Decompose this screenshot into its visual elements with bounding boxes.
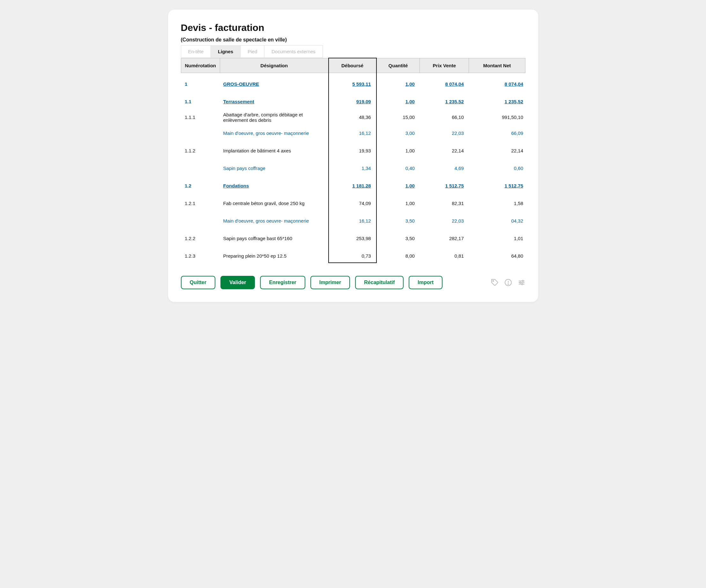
cell-qte: 0,40 bbox=[377, 162, 420, 175]
table-row[interactable]: 1.2.2 Sapin pays coffrage bast 65*160 25… bbox=[181, 232, 525, 245]
cell-num: 1.2.1 bbox=[181, 197, 220, 210]
cell-pv: 8 074,04 bbox=[420, 78, 469, 91]
cell-pv: 282,17 bbox=[420, 232, 469, 245]
cell-net: 22,14 bbox=[469, 144, 525, 157]
tag-icon[interactable] bbox=[491, 279, 499, 286]
footer-bar: Quitter Valider Enregistrer Imprimer Réc… bbox=[181, 276, 525, 289]
cell-pv: 22,03 bbox=[420, 127, 469, 140]
table-row[interactable]: Main d'oeuvre, gros oeuvre- maçonnerie 1… bbox=[181, 214, 525, 227]
table-row[interactable]: 1.1 Terrassement 919,09 1,00 1 235,52 1 … bbox=[181, 95, 525, 108]
tab-pied[interactable]: Pied bbox=[240, 46, 265, 57]
cell-des: Abattage d'arbre, compris débitage et en… bbox=[220, 108, 328, 127]
cell-deb: 919,09 bbox=[328, 95, 377, 108]
table-row[interactable]: 1.1.1 Abattage d'arbre, compris débitage… bbox=[181, 108, 525, 127]
footer-icons bbox=[491, 279, 525, 286]
cell-deb: 5 593,11 bbox=[328, 78, 377, 91]
alert-icon[interactable] bbox=[504, 279, 512, 286]
cell-qte: 8,00 bbox=[377, 249, 420, 263]
page-title: Devis - facturation bbox=[181, 22, 525, 33]
svg-point-5 bbox=[522, 280, 523, 282]
cell-pv: 0,81 bbox=[420, 249, 469, 263]
cell-num: 1.1.2 bbox=[181, 144, 220, 157]
table-container: Numérotation Désignation Déboursé Quanti… bbox=[181, 58, 525, 263]
cell-num: 1.1.1 bbox=[181, 108, 220, 127]
cell-net: 66,09 bbox=[469, 127, 525, 140]
cell-qte: 1,00 bbox=[377, 179, 420, 192]
cell-net: 64,80 bbox=[469, 249, 525, 263]
valider-button[interactable]: Valider bbox=[221, 276, 255, 289]
cell-des: Preparing plein 20*50 ep 12.5 bbox=[220, 249, 328, 263]
cell-qte: 3,50 bbox=[377, 232, 420, 245]
cell-deb: 253,98 bbox=[328, 232, 377, 245]
col-header-deb[interactable]: Déboursé bbox=[328, 58, 377, 73]
cell-num bbox=[181, 214, 220, 227]
tab-entete[interactable]: En-tête bbox=[181, 46, 211, 57]
cell-net: 1,01 bbox=[469, 232, 525, 245]
col-header-net[interactable]: Montant Net bbox=[469, 58, 525, 73]
cell-pv: 66,10 bbox=[420, 108, 469, 127]
cell-des: Sapin pays coffrage bbox=[220, 162, 328, 175]
svg-point-0 bbox=[493, 280, 494, 281]
cell-deb: 16,12 bbox=[328, 127, 377, 140]
cell-net: 1 235,52 bbox=[469, 95, 525, 108]
tab-bar: En-tête Lignes Pied Documents externes bbox=[181, 45, 323, 58]
cell-pv: 22,14 bbox=[420, 144, 469, 157]
table-row[interactable]: 1.2.3 Preparing plein 20*50 ep 12.5 0,73… bbox=[181, 249, 525, 263]
cell-qte: 1,00 bbox=[377, 78, 420, 91]
cell-net: 991,50,10 bbox=[469, 108, 525, 127]
cell-deb: 0,73 bbox=[328, 249, 377, 263]
svg-point-9 bbox=[522, 284, 523, 285]
cell-pv: 1 235,52 bbox=[420, 95, 469, 108]
table-row[interactable]: 1 GROS-OEUVRE 5 593,11 1,00 8 074,04 8 0… bbox=[181, 78, 525, 91]
cell-qte: 1,00 bbox=[377, 95, 420, 108]
svg-point-3 bbox=[508, 284, 509, 285]
svg-point-7 bbox=[520, 282, 521, 283]
lines-table: Numérotation Désignation Déboursé Quanti… bbox=[181, 58, 525, 263]
cell-pv: 1 512,75 bbox=[420, 179, 469, 192]
cell-num bbox=[181, 162, 220, 175]
table-row[interactable]: Sapin pays coffrage 1,34 0,40 4,69 0,60 bbox=[181, 162, 525, 175]
sliders-icon[interactable] bbox=[518, 279, 525, 286]
cell-pv: 4,69 bbox=[420, 162, 469, 175]
cell-num: 1.2 bbox=[181, 179, 220, 192]
enregistrer-button[interactable]: Enregistrer bbox=[260, 276, 305, 289]
cell-qte: 15,00 bbox=[377, 108, 420, 127]
col-header-qte[interactable]: Quantité bbox=[377, 58, 420, 73]
col-header-num[interactable]: Numérotation bbox=[181, 58, 220, 73]
cell-deb: 16,12 bbox=[328, 214, 377, 227]
recapitulatif-button[interactable]: Récapitulatif bbox=[355, 276, 403, 289]
cell-deb: 1 181,28 bbox=[328, 179, 377, 192]
cell-qte: 1,00 bbox=[377, 144, 420, 157]
cell-net: 1,58 bbox=[469, 197, 525, 210]
cell-num: 1.1 bbox=[181, 95, 220, 108]
tab-lignes[interactable]: Lignes bbox=[211, 46, 240, 57]
cell-pv: 22,03 bbox=[420, 214, 469, 227]
cell-net: 04,32 bbox=[469, 214, 525, 227]
app-window: Devis - facturation (Construction de sal… bbox=[168, 9, 538, 302]
cell-des: Terrassement bbox=[220, 95, 328, 108]
col-header-des[interactable]: Désignation bbox=[220, 58, 328, 73]
cell-deb: 74,09 bbox=[328, 197, 377, 210]
cell-qte: 3,00 bbox=[377, 127, 420, 140]
table-row[interactable]: 1.2.1 Fab centrale béton gravil, dose 25… bbox=[181, 197, 525, 210]
col-header-pv[interactable]: Prix Vente bbox=[420, 58, 469, 73]
cell-num: 1 bbox=[181, 78, 220, 91]
page-subtitle: (Construction de salle de spectacle en v… bbox=[181, 37, 525, 43]
cell-qte: 3,50 bbox=[377, 214, 420, 227]
table-row[interactable]: 1.2 Fondations 1 181,28 1,00 1 512,75 1 … bbox=[181, 179, 525, 192]
imprimer-button[interactable]: Imprimer bbox=[310, 276, 350, 289]
cell-des: Main d'oeuvre, gros oeuvre- maçonnerie bbox=[220, 214, 328, 227]
import-button[interactable]: Import bbox=[409, 276, 442, 289]
cell-qte: 1,00 bbox=[377, 197, 420, 210]
tab-documents[interactable]: Documents externes bbox=[265, 46, 322, 57]
cell-des: Main d'oeuvre, gros oeuvre- maçonnerie bbox=[220, 127, 328, 140]
cell-deb: 1,34 bbox=[328, 162, 377, 175]
cell-num: 1.2.3 bbox=[181, 249, 220, 263]
table-row[interactable]: 1.1.2 Implantation de bâtiment 4 axes 19… bbox=[181, 144, 525, 157]
table-row[interactable]: Main d'oeuvre, gros oeuvre- maçonnerie 1… bbox=[181, 127, 525, 140]
quitter-button[interactable]: Quitter bbox=[181, 276, 215, 289]
cell-des: GROS-OEUVRE bbox=[220, 78, 328, 91]
cell-deb: 48,36 bbox=[328, 108, 377, 127]
cell-des: Fab centrale béton gravil, dose 250 kg bbox=[220, 197, 328, 210]
cell-num: 1.2.2 bbox=[181, 232, 220, 245]
